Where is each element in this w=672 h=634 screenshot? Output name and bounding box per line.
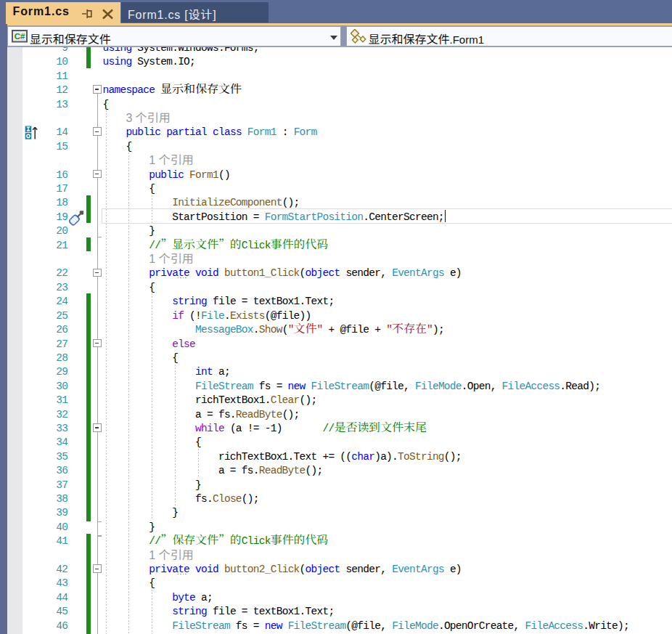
svg-text:C#: C#: [14, 32, 25, 41]
